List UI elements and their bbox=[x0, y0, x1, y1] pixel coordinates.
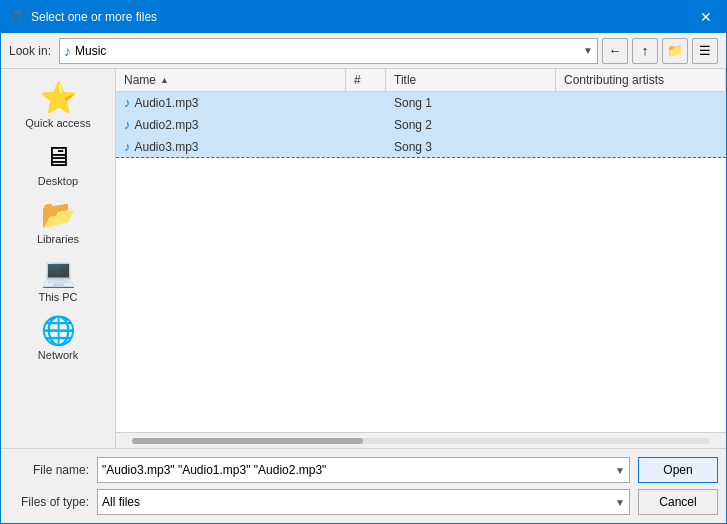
file-cell-title: Song 2 bbox=[386, 114, 556, 135]
file-area: Name ▲ # Title Contributing artists ♪ bbox=[116, 69, 726, 448]
header-number[interactable]: # bbox=[346, 69, 386, 91]
horizontal-scrollbar[interactable] bbox=[116, 432, 726, 448]
this-pc-icon: 💻 bbox=[41, 259, 76, 287]
file-cell-number bbox=[346, 136, 386, 157]
filename-label: File name: bbox=[9, 463, 89, 477]
look-in-label: Look in: bbox=[9, 44, 51, 58]
sidebar-item-libraries-label: Libraries bbox=[37, 233, 79, 245]
scrollbar-track bbox=[132, 438, 710, 444]
dialog-title: Select one or more files bbox=[31, 10, 694, 24]
sidebar-item-network-label: Network bbox=[38, 349, 78, 361]
desktop-icon: 🖥 bbox=[44, 143, 72, 171]
file-list: ♪ Audio1.mp3 Song 1 ♪ bbox=[116, 92, 726, 432]
dialog-icon: 🎵 bbox=[9, 9, 25, 25]
cancel-button[interactable]: Cancel bbox=[638, 489, 718, 515]
header-artists[interactable]: Contributing artists bbox=[556, 69, 726, 91]
back-icon: ← bbox=[609, 43, 622, 58]
filename-dropdown-icon: ▼ bbox=[615, 465, 625, 476]
sidebar-item-desktop-label: Desktop bbox=[38, 175, 78, 187]
up-button[interactable]: ↑ bbox=[632, 38, 658, 64]
filetype-value: All files bbox=[102, 495, 140, 509]
file-cell-number bbox=[346, 114, 386, 135]
view-button[interactable]: ☰ bbox=[692, 38, 718, 64]
new-folder-button[interactable]: 📁 bbox=[662, 38, 688, 64]
toolbar: Look in: ♪ Music ▼ Music ← ↑ 📁 ☰ bbox=[1, 33, 726, 69]
file-cell-name: ♪ Audio2.mp3 bbox=[116, 114, 346, 135]
sidebar-item-network[interactable]: 🌐 Network bbox=[1, 311, 115, 367]
file-icon: ♪ bbox=[124, 139, 131, 154]
new-folder-icon: 📁 bbox=[667, 43, 683, 58]
table-row[interactable]: ♪ Audio1.mp3 Song 1 bbox=[116, 92, 726, 114]
file-cell-title: Song 3 bbox=[386, 136, 556, 157]
file-cell-artists bbox=[556, 92, 726, 113]
file-cell-artists bbox=[556, 114, 726, 135]
file-cell-artists bbox=[556, 136, 726, 157]
filename-input[interactable]: "Audio3.mp3" "Audio1.mp3" "Audio2.mp3" ▼ bbox=[97, 457, 630, 483]
table-row[interactable]: ♪ Audio2.mp3 Song 2 bbox=[116, 114, 726, 136]
scrollbar-thumb bbox=[132, 438, 363, 444]
network-icon: 🌐 bbox=[41, 317, 76, 345]
file-list-header: Name ▲ # Title Contributing artists bbox=[116, 69, 726, 92]
libraries-icon: 📂 bbox=[41, 201, 76, 229]
main-area: ⭐ Quick access 🖥 Desktop 📂 Libraries 💻 T… bbox=[1, 69, 726, 448]
view-icon: ☰ bbox=[699, 43, 711, 58]
title-bar: 🎵 Select one or more files ✕ bbox=[1, 1, 726, 33]
bottom-area: File name: "Audio3.mp3" "Audio1.mp3" "Au… bbox=[1, 448, 726, 523]
filetype-label: Files of type: bbox=[9, 495, 89, 509]
sidebar-item-quick-access-label: Quick access bbox=[25, 117, 90, 129]
header-name[interactable]: Name ▲ bbox=[116, 69, 346, 91]
open-button[interactable]: Open bbox=[638, 457, 718, 483]
up-icon: ↑ bbox=[642, 43, 649, 58]
dialog: 🎵 Select one or more files ✕ Look in: ♪ … bbox=[0, 0, 727, 524]
filename-value: "Audio3.mp3" "Audio1.mp3" "Audio2.mp3" bbox=[102, 463, 615, 477]
file-icon: ♪ bbox=[124, 95, 131, 110]
file-cell-title: Song 1 bbox=[386, 92, 556, 113]
file-cell-name: ♪ Audio3.mp3 bbox=[116, 136, 346, 157]
table-row[interactable]: ♪ Audio3.mp3 Song 3 bbox=[116, 136, 726, 158]
sidebar: ⭐ Quick access 🖥 Desktop 📂 Libraries 💻 T… bbox=[1, 69, 116, 448]
sort-arrow-name: ▲ bbox=[160, 75, 169, 85]
filetype-row: Files of type: All files ▼ Cancel bbox=[9, 489, 718, 515]
close-button[interactable]: ✕ bbox=[694, 5, 718, 29]
file-cell-name: ♪ Audio1.mp3 bbox=[116, 92, 346, 113]
file-icon: ♪ bbox=[124, 117, 131, 132]
sidebar-item-this-pc[interactable]: 💻 This PC bbox=[1, 253, 115, 309]
filetype-chevron: ▼ bbox=[615, 497, 625, 508]
file-cell-number bbox=[346, 92, 386, 113]
sidebar-item-libraries[interactable]: 📂 Libraries bbox=[1, 195, 115, 251]
header-title[interactable]: Title bbox=[386, 69, 556, 91]
filename-row: File name: "Audio3.mp3" "Audio1.mp3" "Au… bbox=[9, 457, 718, 483]
back-button[interactable]: ← bbox=[602, 38, 628, 64]
filetype-dropdown[interactable]: All files ▼ bbox=[97, 489, 630, 515]
quick-access-icon: ⭐ bbox=[40, 83, 77, 113]
look-in-dropdown[interactable]: ♪ Music ▼ Music bbox=[59, 38, 598, 64]
sidebar-item-desktop[interactable]: 🖥 Desktop bbox=[1, 137, 115, 193]
sidebar-item-quick-access[interactable]: ⭐ Quick access bbox=[1, 77, 115, 135]
sidebar-item-this-pc-label: This PC bbox=[38, 291, 77, 303]
